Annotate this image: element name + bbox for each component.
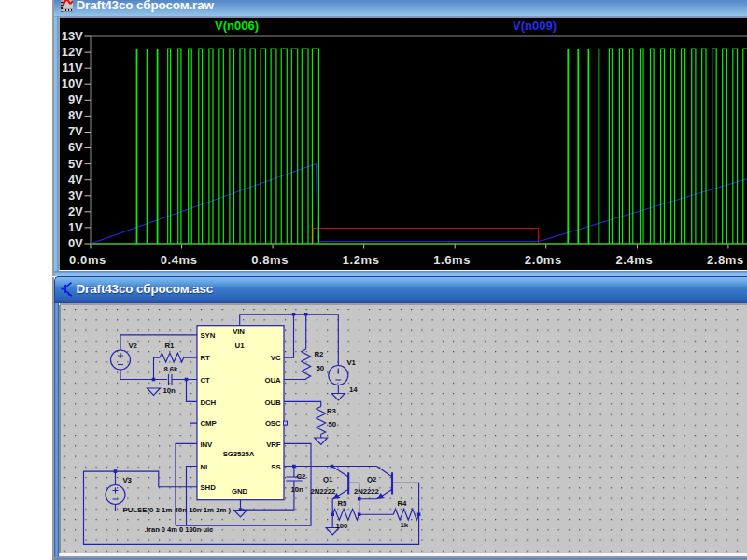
- svg-text:8V: 8V: [67, 108, 82, 122]
- svg-text:NI: NI: [200, 462, 207, 470]
- svg-text:V1: V1: [346, 358, 356, 367]
- svg-text:CMP: CMP: [200, 419, 216, 427]
- svg-text:9V: 9V: [67, 92, 82, 106]
- svg-text:R3: R3: [327, 407, 337, 415]
- svg-text:U1: U1: [234, 342, 245, 350]
- svg-text:0.8ms: 0.8ms: [251, 253, 289, 267]
- svg-text:14: 14: [349, 385, 358, 393]
- svg-text:6V: 6V: [67, 140, 82, 154]
- svg-text:1.2ms: 1.2ms: [342, 253, 379, 267]
- svg-text:8.6k: 8.6k: [163, 365, 178, 373]
- svg-text:SG3525A: SG3525A: [222, 449, 254, 457]
- svg-text:7V: 7V: [67, 124, 82, 138]
- svg-text:OUA: OUA: [264, 375, 280, 384]
- svg-text:R1: R1: [164, 342, 175, 350]
- svg-text:2.4ms: 2.4ms: [615, 253, 653, 267]
- svg-text:VIN: VIN: [233, 328, 245, 336]
- svg-text:OSC: OSC: [264, 419, 280, 427]
- svg-text:3V: 3V: [67, 189, 82, 203]
- svg-text:0.4ms: 0.4ms: [160, 253, 197, 267]
- svg-text:RT: RT: [200, 354, 210, 362]
- svg-text:2V: 2V: [67, 204, 82, 218]
- svg-text:VRF: VRF: [266, 440, 281, 448]
- svg-text:GND: GND: [231, 487, 247, 496]
- svg-text:Q2: Q2: [367, 474, 377, 483]
- svg-text:INV: INV: [200, 440, 213, 448]
- svg-text:PULSE(0 1 1m 40n 10n 1m 2m ): PULSE(0 1 1m 40n 10n 1m 2m ): [122, 506, 231, 514]
- svg-text:0V: 0V: [67, 236, 82, 250]
- svg-text:10n: 10n: [290, 485, 303, 494]
- svg-text:SHD: SHD: [200, 483, 216, 491]
- svg-text:100: 100: [335, 522, 347, 530]
- svg-text:10V: 10V: [61, 77, 82, 91]
- svg-text:5V: 5V: [67, 157, 82, 171]
- svg-text:2.0ms: 2.0ms: [524, 253, 561, 267]
- svg-text:Q1: Q1: [323, 474, 333, 483]
- svg-text:VC: VC: [270, 354, 280, 362]
- svg-text:50: 50: [328, 420, 336, 428]
- svg-text:12V: 12V: [61, 45, 82, 59]
- svg-text:V2: V2: [128, 342, 137, 350]
- svg-text:OUB: OUB: [264, 398, 280, 406]
- svg-text:DCH: DCH: [200, 398, 216, 406]
- svg-text:R4: R4: [397, 498, 407, 507]
- svg-text:13V: 13V: [61, 29, 82, 43]
- svg-text:1.6ms: 1.6ms: [433, 253, 471, 267]
- svg-text:1k: 1k: [400, 521, 408, 529]
- svg-text:V(n006): V(n006): [215, 19, 259, 33]
- svg-text:R2: R2: [314, 349, 324, 357]
- svg-text:2N2222: 2N2222: [354, 486, 379, 495]
- svg-text:10n: 10n: [162, 385, 175, 394]
- svg-text:SYN: SYN: [200, 331, 215, 340]
- svg-text:V(n009): V(n009): [513, 19, 557, 33]
- svg-text:2N2222: 2N2222: [310, 486, 335, 495]
- svg-text:CT: CT: [200, 375, 210, 384]
- svg-text:C2: C2: [296, 472, 306, 481]
- svg-text:11V: 11V: [62, 61, 83, 75]
- svg-text:1V: 1V: [67, 220, 82, 234]
- svg-text:0.0ms: 0.0ms: [69, 253, 106, 267]
- svg-text:SS: SS: [271, 462, 280, 470]
- svg-text:4V: 4V: [67, 173, 82, 187]
- svg-text:R5: R5: [337, 498, 347, 507]
- svg-text:2.8ms: 2.8ms: [706, 253, 743, 267]
- svg-text:.tran 0 4m 0 100n uic: .tran 0 4m 0 100n uic: [144, 525, 213, 534]
- svg-text:50: 50: [316, 363, 324, 371]
- svg-text:V3: V3: [122, 475, 132, 483]
